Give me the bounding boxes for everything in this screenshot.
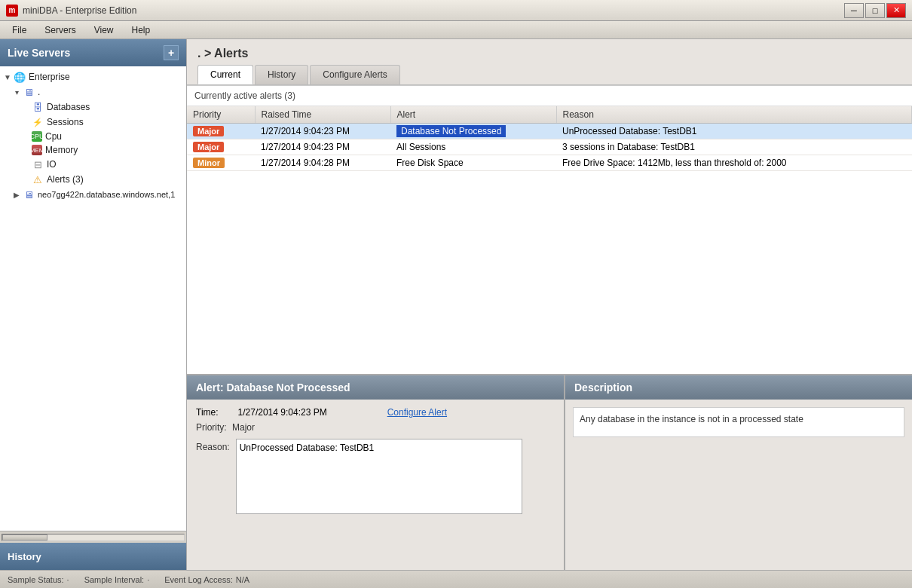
close-button[interactable]: ✕ bbox=[886, 3, 906, 18]
alert-priority-row: Priority: Major bbox=[196, 422, 555, 433]
tree-toggle-spacer-db bbox=[21, 103, 30, 112]
alerts-table-wrapper: Priority Raised Time Alert Reason Major1… bbox=[187, 106, 912, 374]
configure-alert-link[interactable]: Configure Alert bbox=[387, 407, 447, 418]
alert-detail: Alert: Database Not Processed Time: 1/27… bbox=[187, 375, 565, 570]
detail-area: Alert: Database Not Processed Time: 1/27… bbox=[187, 374, 912, 570]
table-row[interactable]: Major1/27/2014 9:04:23 PMDatabase Not Pr… bbox=[187, 124, 912, 139]
maximize-button[interactable]: □ bbox=[865, 3, 885, 18]
tree-item-io[interactable]: ⊟ IO bbox=[0, 157, 186, 172]
cell-alert: Database Not Processed bbox=[390, 124, 556, 139]
tree-item-sessions[interactable]: ⚡ Sessions bbox=[0, 115, 186, 130]
menu-servers[interactable]: Servers bbox=[35, 23, 84, 37]
cell-priority: Minor bbox=[187, 155, 255, 171]
cell-alert: Free Disk Space bbox=[390, 155, 556, 171]
server-icon: 🖥 bbox=[23, 86, 35, 98]
title-bar-left: m miniDBA - Enterprise Edition bbox=[6, 5, 136, 17]
tree-label-databases: Databases bbox=[47, 102, 90, 112]
tree-label-dot: . bbox=[38, 87, 40, 97]
table-row[interactable]: Major1/27/2014 9:04:23 PMAll Sessions3 s… bbox=[187, 139, 912, 155]
tab-configure-alerts[interactable]: Configure Alerts bbox=[310, 65, 399, 84]
description-panel: Description Any database in the instance… bbox=[565, 375, 912, 570]
reason-textarea[interactable] bbox=[236, 439, 522, 514]
sidebar-scrollbar[interactable] bbox=[0, 531, 186, 543]
col-alert: Alert bbox=[390, 106, 556, 124]
title-bar: m miniDBA - Enterprise Edition ─ □ ✕ bbox=[0, 0, 912, 21]
sidebar-header: Live Servers + bbox=[0, 39, 186, 66]
cell-alert: All Sessions bbox=[390, 139, 556, 155]
cell-reason: 3 sessions in Database: TestDB1 bbox=[556, 139, 912, 155]
content-area: . > Alerts Current History Configure Ale… bbox=[187, 39, 912, 570]
priority-label: Priority: bbox=[196, 422, 227, 433]
sidebar-scroll-track[interactable] bbox=[2, 534, 185, 541]
menu-help[interactable]: Help bbox=[122, 23, 159, 37]
active-alerts-label: Currently active alerts (3) bbox=[187, 86, 912, 106]
tree-item-azure[interactable]: ▶ 🖥 neo7gg422n.database.windows.net,1 bbox=[0, 187, 186, 202]
priority-value: Major bbox=[232, 422, 255, 433]
sessions-icon: ⚡ bbox=[32, 116, 44, 128]
title-bar-controls[interactable]: ─ □ ✕ bbox=[844, 3, 906, 18]
tree-label-memory: Memory bbox=[45, 145, 78, 155]
sample-interval-value: · bbox=[147, 575, 149, 584]
sidebar-add-button[interactable]: + bbox=[164, 45, 179, 60]
alert-time-value: 1/27/2014 9:04:23 PM bbox=[238, 407, 327, 418]
tree-label-enterprise: Enterprise bbox=[29, 72, 70, 82]
cpu-icon: CPU bbox=[32, 131, 42, 142]
cell-raised-time: 1/27/2014 9:04:28 PM bbox=[255, 155, 390, 171]
sidebar-title: Live Servers bbox=[8, 47, 70, 59]
cell-reason: UnProcessed Database: TestDB1 bbox=[556, 124, 912, 139]
col-raised-time: Raised Time bbox=[255, 106, 390, 124]
tree-toggle-dot[interactable]: ▾ bbox=[12, 87, 21, 96]
tree-item-databases[interactable]: 🗄 Databases bbox=[0, 100, 186, 115]
tree-toggle-enterprise[interactable]: ▼ bbox=[3, 72, 12, 81]
tree-item-dot-server[interactable]: ▾ 🖥 . bbox=[0, 84, 186, 100]
tree-label-alerts: Alerts (3) bbox=[47, 174, 84, 185]
col-reason: Reason bbox=[556, 106, 912, 124]
menu-file[interactable]: File bbox=[3, 23, 35, 37]
event-log-label: Event Log Access: bbox=[164, 575, 233, 584]
event-log-value: N/A bbox=[236, 575, 249, 584]
app-title: miniDBA - Enterprise Edition bbox=[23, 5, 136, 16]
database-icon: 🗄 bbox=[32, 101, 44, 113]
tab-history[interactable]: History bbox=[255, 65, 308, 84]
tree-label-cpu: Cpu bbox=[45, 131, 62, 142]
cell-priority: Major bbox=[187, 139, 255, 155]
tree-label-azure: neo7gg422n.database.windows.net,1 bbox=[38, 190, 175, 199]
status-event-log: Event Log Access: N/A bbox=[164, 575, 249, 584]
tabs: Current History Configure Alerts bbox=[197, 65, 901, 84]
table-row[interactable]: Minor1/27/2014 9:04:28 PMFree Disk Space… bbox=[187, 155, 912, 171]
alerts-table: Priority Raised Time Alert Reason Major1… bbox=[187, 106, 912, 171]
tree-toggle-spacer-alerts bbox=[21, 175, 30, 184]
tree-item-alerts[interactable]: ⚠ Alerts (3) bbox=[0, 172, 186, 187]
alerts-tbody: Major1/27/2014 9:04:23 PMDatabase Not Pr… bbox=[187, 124, 912, 171]
alert-time-row: Time: 1/27/2014 9:04:23 PM Configure Ale… bbox=[196, 407, 555, 418]
tree-item-memory[interactable]: MEM Memory bbox=[0, 143, 186, 157]
content-header: . > Alerts Current History Configure Ale… bbox=[187, 39, 912, 85]
minimize-button[interactable]: ─ bbox=[844, 3, 864, 18]
reason-label: Reason: bbox=[196, 439, 230, 452]
sample-status-label: Sample Status: bbox=[8, 575, 64, 584]
sample-status-value: · bbox=[67, 575, 69, 584]
status-sample-status: Sample Status: · bbox=[8, 575, 69, 584]
cell-raised-time: 1/27/2014 9:04:23 PM bbox=[255, 139, 390, 155]
tree-label-io: IO bbox=[47, 159, 57, 170]
io-icon: ⊟ bbox=[32, 158, 44, 170]
alert-icon: ⚠ bbox=[32, 173, 44, 185]
sidebar-scroll-thumb[interactable] bbox=[2, 534, 47, 541]
tree-toggle-azure[interactable]: ▶ bbox=[12, 190, 21, 199]
cell-priority: Major bbox=[187, 124, 255, 139]
tree-toggle-spacer-memory bbox=[21, 145, 30, 155]
alert-time-label: Time: bbox=[196, 407, 219, 418]
description-body: Any database in the instance is not in a… bbox=[573, 407, 904, 437]
memory-icon: MEM bbox=[32, 145, 42, 155]
sidebar: Live Servers + ▼ 🌐 Enterprise ▾ 🖥 . 🗄 Da… bbox=[0, 39, 187, 570]
tab-current[interactable]: Current bbox=[197, 65, 253, 84]
breadcrumb: . > Alerts bbox=[197, 47, 901, 60]
menu-view[interactable]: View bbox=[85, 23, 123, 37]
cell-raised-time: 1/27/2014 9:04:23 PM bbox=[255, 124, 390, 139]
tree-item-enterprise[interactable]: ▼ 🌐 Enterprise bbox=[0, 69, 186, 84]
tree-item-cpu[interactable]: CPU Cpu bbox=[0, 130, 186, 143]
cell-reason: Free Drive Space: 1412Mb, less than thre… bbox=[556, 155, 912, 171]
menu-bar: File Servers View Help bbox=[0, 21, 912, 39]
azure-server-icon: 🖥 bbox=[23, 188, 35, 201]
sidebar-footer: History bbox=[0, 543, 186, 570]
